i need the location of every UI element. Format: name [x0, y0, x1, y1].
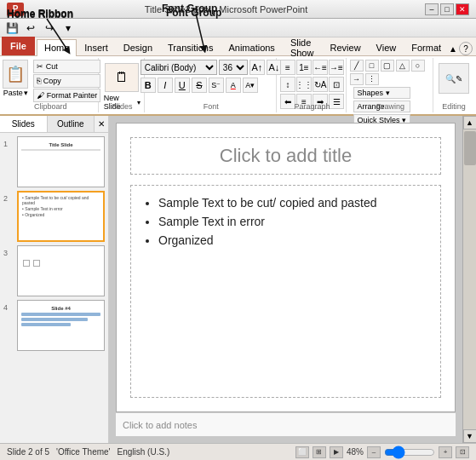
minimize-button[interactable]: – — [425, 3, 439, 15]
format-painter-button[interactable]: 🖌 Format Painter — [33, 89, 100, 102]
italic-button[interactable]: I — [158, 78, 173, 93]
shadow-button[interactable]: S⁻ — [209, 78, 224, 93]
undo-button[interactable]: ↩ — [22, 20, 39, 36]
triangle-shape[interactable]: △ — [396, 60, 410, 72]
shapes-more[interactable]: ⋮ — [365, 73, 379, 85]
tab-slides[interactable]: Slides — [0, 116, 48, 132]
title-placeholder[interactable]: Click to add title — [130, 137, 441, 175]
copy-button[interactable]: ⎘ Copy — [33, 74, 100, 88]
slide-preview-label: Slide #4 — [20, 306, 102, 311]
numbering-button[interactable]: 1≡ — [296, 60, 312, 75]
slides-panel: Slides Outline ✕ 1 Title Slide 2 — [0, 116, 109, 443]
zoom-out-button[interactable]: – — [367, 446, 381, 458]
slides-label: Slides — [100, 102, 144, 111]
ribbon-tab-row: File Home Insert Design Transitions Anim… — [0, 37, 476, 56]
slide-thumbnails: 1 Title Slide 2 • Sample Text to be cut/… — [0, 133, 108, 443]
increase-font-size-button[interactable]: A↑ — [249, 60, 265, 75]
columns-button[interactable]: ⋮⋮ — [296, 77, 312, 92]
bullets-button[interactable]: ≡ — [280, 60, 295, 75]
clipboard-label: Clipboard — [3, 102, 98, 111]
arrow-shape[interactable]: → — [350, 73, 364, 85]
circle-shape[interactable]: ○ — [411, 60, 425, 72]
scroll-down-button[interactable]: ▼ — [463, 429, 477, 443]
list-item: 1 Title Slide — [3, 136, 105, 187]
slide-thumbnail[interactable]: Slide #4 — [17, 300, 105, 351]
scroll-thumb[interactable] — [464, 131, 476, 165]
cut-button[interactable]: ✂ Cut — [33, 60, 100, 73]
list-item: 4 Slide #4 — [3, 300, 105, 351]
font-color-button[interactable]: A — [226, 78, 241, 93]
status-right: ⬜ ⊞ ▶ 48% – + ⊡ — [295, 446, 469, 458]
font-name-select[interactable]: Calibri (Body) — [141, 60, 217, 75]
slide-thumbnail[interactable] — [17, 245, 105, 296]
tab-home[interactable]: Home — [37, 39, 77, 56]
ribbon: 📋 Paste ▾ ✂ Cut ⎘ Copy 🖌 Format Painter … — [0, 56, 476, 116]
content-list: Sample Text to be cut/ copied and pasted… — [141, 196, 430, 247]
tab-animations[interactable]: Animations — [221, 38, 282, 55]
rect-shape[interactable]: □ — [365, 60, 379, 72]
tab-review[interactable]: Review — [323, 38, 369, 55]
paste-dropdown[interactable]: ▾ — [24, 89, 28, 97]
slide-thumbnail[interactable]: • Sample Text to be cut/ copied and past… — [17, 191, 105, 242]
ribbon-collapse[interactable]: ▲ — [449, 44, 457, 54]
window-title: Title Slide2.pptx - Microsoft PowerPoint — [27, 4, 425, 14]
notes-area[interactable]: Click to add notes — [116, 412, 456, 436]
editing-label: Editing — [435, 102, 473, 111]
editing-button[interactable]: 🔍✎ — [437, 63, 471, 94]
line-shape[interactable]: ╱ — [350, 60, 364, 72]
maximize-button[interactable]: □ — [440, 3, 454, 15]
tab-transitions[interactable]: Transitions — [160, 38, 221, 55]
font-size-select[interactable]: 36 — [219, 60, 248, 75]
rounded-rect-shape[interactable]: ▢ — [381, 60, 394, 72]
font-highlight-button[interactable]: A▾ — [243, 78, 258, 93]
title-bar: P Title Slide2.pptx - Microsoft PowerPoi… — [0, 0, 476, 19]
normal-view-button[interactable]: ⬜ — [295, 446, 309, 458]
bold-button[interactable]: B — [141, 78, 156, 93]
slide-preview-text: • Sample Text in error — [22, 206, 100, 211]
slide-sorter-button[interactable]: ⊞ — [313, 446, 326, 458]
paste-button[interactable]: 📋 Paste ▾ — [0, 60, 31, 97]
tab-view[interactable]: View — [369, 38, 404, 55]
shapes-button[interactable]: Shapes ▾ — [353, 87, 411, 99]
tab-format[interactable]: Format — [404, 38, 449, 55]
list-item: 3 — [3, 245, 105, 296]
paragraph-label: Paragraph — [278, 102, 346, 111]
quick-access-dropdown[interactable]: ▾ — [60, 20, 77, 36]
tab-outline[interactable]: Outline — [48, 116, 95, 132]
paste-icon: 📋 — [3, 60, 28, 89]
new-slide-icon[interactable]: 🗒 — [105, 63, 139, 92]
font-row-2: B I U S S⁻ A A▾ — [141, 78, 258, 93]
line-spacing-button[interactable]: ↕ — [280, 77, 295, 92]
increase-indent-button[interactable]: →≡ — [329, 60, 344, 75]
tab-file[interactable]: File — [2, 37, 35, 55]
align-text-button[interactable]: ⊡ — [329, 77, 344, 92]
help-button[interactable]: ? — [459, 42, 473, 55]
fit-slide-button[interactable]: ⊡ — [456, 446, 469, 458]
slide-preview-line — [21, 318, 88, 321]
tab-design[interactable]: Design — [116, 38, 160, 55]
vertical-scrollbar[interactable]: ▲ ▼ — [462, 116, 476, 443]
text-direction-button[interactable]: ↻A — [313, 77, 328, 92]
zoom-in-button[interactable]: + — [439, 446, 452, 458]
content-placeholder[interactable]: Sample Text to be cut/ copied and pasted… — [130, 185, 441, 398]
strikethrough-button[interactable]: S — [192, 78, 207, 93]
slide-thumbnail[interactable]: Title Slide — [17, 136, 105, 187]
window-controls[interactable]: – □ ✕ — [425, 3, 469, 15]
redo-button[interactable]: ↪ — [41, 20, 58, 36]
close-button[interactable]: ✕ — [456, 3, 469, 15]
tab-slideshow[interactable]: Slide Show — [283, 38, 323, 55]
tab-insert[interactable]: Insert — [77, 38, 116, 55]
underline-button[interactable]: U — [175, 78, 190, 93]
scroll-up-button[interactable]: ▲ — [463, 116, 477, 129]
drawing-group: ╱ □ ▢ △ ○ → ⋮ Shapes ▾ Arrange Quick Sty… — [348, 58, 433, 112]
save-button[interactable]: 💾 — [3, 20, 20, 36]
clipboard-small-buttons: ✂ Cut ⎘ Copy 🖌 Format Painter — [33, 60, 100, 102]
zoom-slider[interactable] — [384, 448, 435, 457]
clipboard-group: 📋 Paste ▾ ✂ Cut ⎘ Copy 🖌 Format Painter … — [3, 58, 99, 112]
slideshow-button[interactable]: ▶ — [330, 446, 343, 458]
paragraph-group: ≡ 1≡ ←≡ →≡ ↕ ⋮⋮ ↻A ⊡ ⬅ ≡ ➡ ☰ Par — [278, 58, 347, 112]
scroll-track[interactable] — [464, 129, 476, 429]
slide-canvas[interactable]: Click to add title Sample Text to be cut… — [116, 123, 456, 412]
decrease-indent-button[interactable]: ←≡ — [313, 60, 328, 75]
list-item: Organized — [158, 233, 430, 247]
